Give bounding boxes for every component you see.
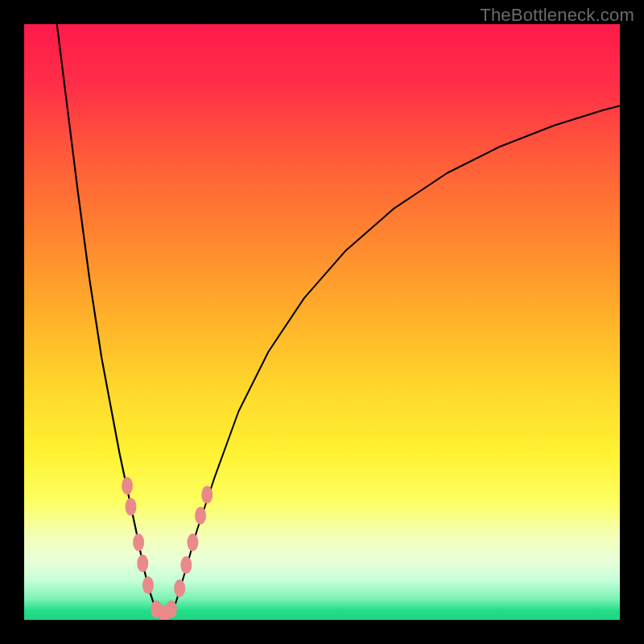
svg-rect-0 xyxy=(24,24,620,620)
background-gradient xyxy=(24,24,620,620)
plot-area xyxy=(24,24,620,620)
watermark-text: TheBottleneck.com xyxy=(480,5,634,26)
chart-stage: TheBottleneck.com xyxy=(0,0,644,644)
